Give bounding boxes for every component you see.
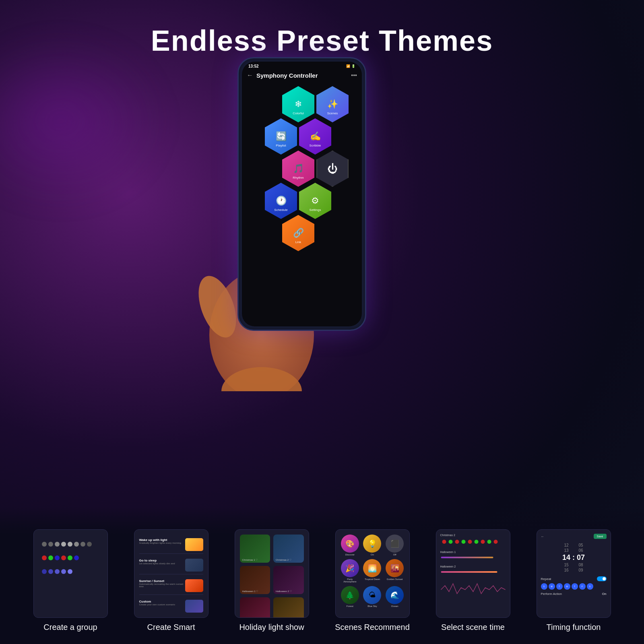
playlist-label: Playlist <box>265 144 297 147</box>
feature-select-scene-time: Christmas 2 <box>427 529 519 632</box>
scene-item-on[interactable]: 💡 On <box>363 535 382 556</box>
scenes-grid: 🎨 Discover 💡 On ⬛ Off 🎉 Party Atmosphere <box>336 530 409 612</box>
hour-current: 14 <box>562 553 570 562</box>
dot <box>74 542 79 547</box>
svg-point-13 <box>481 540 485 544</box>
scene-item-tropical[interactable]: 🌅 Tropical Dawn <box>363 559 382 583</box>
day-tue[interactable]: T <box>556 583 563 590</box>
rhythm-label: Rhythm <box>282 176 314 180</box>
day-fri[interactable]: F <box>579 583 586 590</box>
feature-holiday-light-show: Christmas 1 ♡ Christmas 2 ♡ Halloween 1 … <box>225 529 318 632</box>
dot <box>55 542 60 547</box>
dot <box>68 542 72 547</box>
holiday-thumb-thanksgiving[interactable]: Thanksgiving ♡ <box>273 597 304 618</box>
hex-rhythm[interactable]: 🎵 Rhythm <box>282 151 314 187</box>
dot <box>61 569 66 574</box>
colorful-label: Colorful <box>282 111 314 115</box>
holiday-thumb-halloween2[interactable]: Halloween 2 ♡ <box>273 566 304 594</box>
holiday-thumb-christmas1[interactable]: Christmas 1 ♡ <box>240 535 270 563</box>
smart-item-desc-1: Gradually brighten lights every morning <box>139 542 181 544</box>
day-thu[interactable]: T <box>572 583 578 590</box>
scene-item-discover[interactable]: 🎨 Discover <box>341 535 360 556</box>
app-header-title: Symphony Controller <box>256 72 351 79</box>
scene-label-on: On <box>371 553 374 556</box>
scene-item-party[interactable]: 🎉 Party Atmosphere <box>341 559 360 583</box>
scene-label-tropical: Tropical Dawn <box>365 578 380 580</box>
battery-icon: 🔋 <box>351 64 355 68</box>
more-options-icon[interactable]: ••• <box>351 72 357 78</box>
scene-item-off[interactable]: ⬛ Off <box>385 535 405 556</box>
min-next: 08 <box>578 563 583 567</box>
hex-settings[interactable]: ⚙ Settings <box>299 183 331 219</box>
hours-column: 12 13 14 15 16 <box>562 543 570 572</box>
back-icon-timing[interactable]: ← <box>541 535 545 539</box>
day-wed[interactable]: W <box>564 583 570 590</box>
scene-thumb-bluesky: 🌤 <box>363 586 381 604</box>
perform-action-row: Perform Action On <box>541 592 607 596</box>
hex-playlist[interactable]: 🔄 Playlist <box>265 118 297 155</box>
feature-label-create-smart: Create Smart <box>147 623 195 632</box>
day-sat[interactable]: S <box>587 583 593 590</box>
scene-thumb-forest: 🌲 <box>341 586 359 604</box>
scene-label-golden: Golden Sunset <box>387 578 403 580</box>
dot <box>48 569 53 574</box>
smart-item-2[interactable]: Go to sleep Let selected lights slowly d… <box>139 556 203 574</box>
feature-timing-function: ← Save 12 13 14 15 16 : <box>527 529 620 632</box>
feature-label-holiday: Holiday light show <box>239 623 304 632</box>
hex-scenes[interactable]: ✨ Scenes <box>316 86 349 122</box>
link-label: Link <box>282 240 314 244</box>
hex-colorful[interactable]: ❄ Colorful <box>282 86 314 122</box>
svg-rect-17 <box>441 571 497 573</box>
create-group-screenshot <box>33 529 108 618</box>
hour-next: 15 <box>564 563 568 567</box>
scene-item-forest[interactable]: 🌲 Forest <box>341 586 360 607</box>
feature-label-timing: Timing function <box>547 623 601 632</box>
dot <box>87 542 92 547</box>
holiday-thumb-halloween1[interactable]: Halloween 1 ♡ <box>240 566 270 594</box>
hex-link[interactable]: 🔗 Link <box>282 215 314 251</box>
back-arrow-icon[interactable]: ← <box>247 72 253 79</box>
dot <box>42 569 47 574</box>
holiday-label-christmas2: Christmas 2 ♡ <box>276 558 291 561</box>
svg-rect-16 <box>441 557 493 558</box>
holiday-thumb-valentines[interactable]: Valentines ♡ <box>240 597 270 618</box>
scene-item-golden[interactable]: 🌇 Golden Sunset <box>385 559 405 583</box>
save-button-timing[interactable]: Save <box>594 534 607 539</box>
hex-power[interactable]: ⏻ <box>316 151 349 187</box>
smart-item-desc-3: Automatically recreating the warm sunset… <box>139 583 185 588</box>
link-icon: 🔗 <box>293 228 304 238</box>
min-prev2: 06 <box>578 548 583 553</box>
timeline-svg-halloween2 <box>440 569 506 575</box>
repeat-toggle[interactable] <box>597 576 607 581</box>
svg-point-15 <box>493 540 497 544</box>
power-icon: ⏻ <box>327 163 338 175</box>
holiday-label-halloween2: Halloween 2 ♡ <box>276 590 292 592</box>
dot-blue <box>55 555 60 560</box>
timeline-label-halloween1: Halloween 1 <box>440 551 506 553</box>
smart-thumb-2 <box>185 559 203 572</box>
smart-thumb-1 <box>185 538 203 551</box>
feature-label-scenes: Scenes Recommend <box>335 623 410 632</box>
perform-action-label: Perform Action <box>541 592 562 596</box>
smart-item-1[interactable]: Wake up with light Gradually brighten li… <box>139 536 203 554</box>
scene-item-bluesky[interactable]: 🌤 Blue Sky <box>363 586 382 607</box>
features-row: Create a group Wake up with light Gradua… <box>0 529 644 632</box>
holiday-thumb-christmas2[interactable]: Christmas 2 ♡ <box>273 535 304 563</box>
svg-point-14 <box>487 540 491 544</box>
group-dots <box>34 530 107 586</box>
status-bar: 13:52 📶 🔋 <box>242 62 362 70</box>
smart-item-3[interactable]: Sunrise / Sunset Automatically recreatin… <box>139 577 203 595</box>
scene-item-ocean[interactable]: 🌊 Ocean <box>385 586 405 607</box>
scene-time-screenshot: Christmas 2 <box>436 529 510 618</box>
timing-content: ← Save 12 13 14 15 16 : <box>537 530 611 602</box>
hex-schedule[interactable]: 🕐 Schedule <box>265 183 297 219</box>
features-section: Create a group Wake up with light Gradua… <box>0 507 644 644</box>
title-section: Endless Preset Themes <box>0 0 644 57</box>
scene-thumb-ocean: 🌊 <box>386 586 404 604</box>
repeat-label: Repeat <box>541 577 551 581</box>
day-mon[interactable]: M <box>549 583 555 590</box>
day-sun[interactable]: S <box>541 583 547 590</box>
hour-prev: 12 <box>564 543 568 547</box>
smart-item-4[interactable]: Custom Create your own custom scenario <box>139 597 203 615</box>
hex-scribble[interactable]: ✍ Scribble <box>299 118 331 155</box>
